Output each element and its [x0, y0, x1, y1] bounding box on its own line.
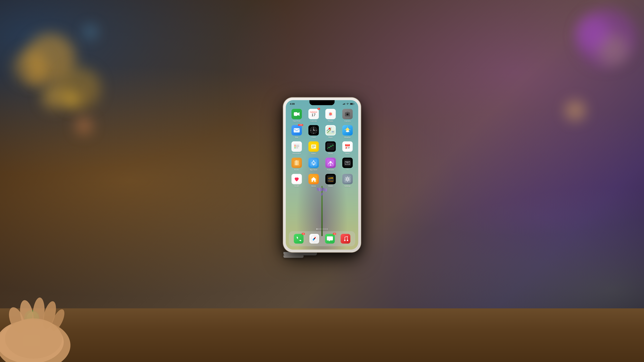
svg-point-13: [347, 114, 348, 115]
svg-point-23: [313, 130, 314, 131]
app-stocks[interactable]: Stocks: [323, 141, 338, 155]
app-settings[interactable]: Settings: [340, 174, 355, 187]
svg-point-89: [314, 238, 315, 239]
dock-messages[interactable]: 16: [325, 234, 335, 244]
app-books[interactable]: Books: [289, 158, 304, 171]
app-camera[interactable]: Camera: [340, 109, 355, 122]
svg-point-38: [294, 147, 296, 148]
app-maps[interactable]: 280 Maps: [323, 125, 338, 138]
svg-point-10: [329, 113, 332, 115]
mail-icon: 1,994: [292, 125, 302, 135]
dock-messages-icon: 16: [325, 234, 335, 244]
svg-point-34: [294, 145, 296, 146]
svg-line-83: [346, 180, 346, 181]
bokeh-7: [577, 8, 636, 67]
app-mail[interactable]: 1,994 Mail: [289, 125, 304, 138]
news-label: News: [345, 152, 350, 155]
stocks-icon: [325, 141, 336, 152]
app-tv[interactable]: TV TV: [340, 158, 355, 171]
app-reminders[interactable]: Reminders: [289, 141, 304, 155]
tv-icon: TV: [342, 158, 353, 168]
app-news[interactable]: News: [340, 141, 355, 155]
app-facetime[interactable]: FaceTime: [289, 109, 304, 122]
dock-music-icon: [340, 234, 350, 244]
dock-music[interactable]: [340, 234, 350, 244]
dock-phone-icon: 10: [294, 234, 304, 244]
app-photos[interactable]: Photos: [323, 109, 338, 122]
signal-bar-1: [343, 104, 343, 105]
app-home[interactable]: Home: [306, 174, 321, 187]
phone-stand-foot: [284, 255, 304, 258]
home-label: Home: [311, 185, 316, 187]
bokeh-2: [14, 50, 47, 84]
page-dot-2: [318, 228, 320, 229]
battery-icon: [350, 103, 354, 105]
phone-body: 4:09: [284, 98, 360, 252]
svg-rect-45: [326, 142, 334, 150]
calendar-label: Calendar: [310, 120, 317, 122]
app-clock[interactable]: Clock: [306, 125, 321, 138]
bokeh-9: [84, 25, 97, 38]
settings-label: Settings: [344, 185, 350, 187]
reminders-label: Reminders: [292, 152, 301, 155]
stocks-label: Stocks: [328, 152, 333, 155]
appstore-label: App Store: [310, 169, 317, 171]
svg-point-36: [294, 146, 296, 147]
wallet-label: Wallet: [328, 185, 333, 187]
bokeh-12: [64, 92, 79, 107]
wallet-icon: [325, 174, 336, 184]
calendar-day: Tuesday: [310, 111, 317, 113]
app-weather[interactable]: Weather: [340, 125, 355, 138]
maps-icon: 280: [325, 125, 336, 135]
battery-level: [350, 103, 353, 104]
svg-rect-15: [294, 128, 300, 132]
phone-container: 4:09: [284, 98, 360, 258]
svg-point-91: [347, 240, 348, 241]
podcasts-icon: [325, 158, 336, 168]
page-dot-1: [316, 228, 318, 229]
notes-icon: [308, 141, 319, 152]
status-time: 4:09: [290, 102, 295, 105]
camera-icon: [342, 109, 353, 119]
svg-point-90: [344, 240, 346, 241]
app-health[interactable]: Health: [289, 174, 304, 187]
bokeh-10: [76, 117, 92, 134]
battery-tip: [354, 103, 354, 104]
svg-line-80: [346, 177, 346, 178]
hand: [0, 245, 100, 362]
notch: [310, 100, 334, 105]
clock-label: Clock: [312, 136, 316, 138]
dock-safari-icon: [310, 234, 319, 244]
facetime-icon: [292, 109, 302, 119]
facetime-label: FaceTime: [293, 120, 300, 122]
app-grid: FaceTime 1 Tuesday 17 Calendar: [289, 109, 355, 187]
bokeh-11: [30, 75, 40, 85]
flower-bloom: [317, 188, 327, 208]
svg-rect-8: [294, 112, 298, 116]
app-calendar[interactable]: 1 Tuesday 17 Calendar: [306, 109, 321, 122]
calendar-date: 17: [312, 113, 316, 117]
app-appstore[interactable]: App Store: [306, 158, 321, 171]
weather-icon: [342, 125, 353, 135]
dock-phone[interactable]: 10: [294, 234, 304, 244]
svg-marker-9: [298, 112, 300, 116]
status-icons: [343, 103, 354, 105]
home-icon: [308, 174, 319, 184]
clock-icon: [308, 125, 319, 135]
page-dot-5: [324, 228, 326, 229]
health-label: Health: [294, 185, 299, 187]
svg-rect-55: [297, 160, 299, 165]
phone-stand-base: [284, 252, 317, 255]
dock-safari[interactable]: [310, 234, 319, 244]
svg-point-62: [330, 161, 332, 163]
signal-bars: [343, 103, 345, 105]
app-podcasts[interactable]: Podcasts: [323, 158, 338, 171]
weather-label: Weather: [344, 136, 350, 138]
calendar-icon: 1 Tuesday 17: [308, 109, 319, 119]
app-wallet[interactable]: Wallet: [323, 174, 338, 187]
notes-label: Notes: [311, 152, 316, 155]
tv-label: TV: [346, 169, 348, 171]
app-notes[interactable]: Notes: [306, 141, 321, 155]
podcasts-label: Podcasts: [327, 169, 334, 171]
mail-label: Mail: [295, 136, 298, 138]
